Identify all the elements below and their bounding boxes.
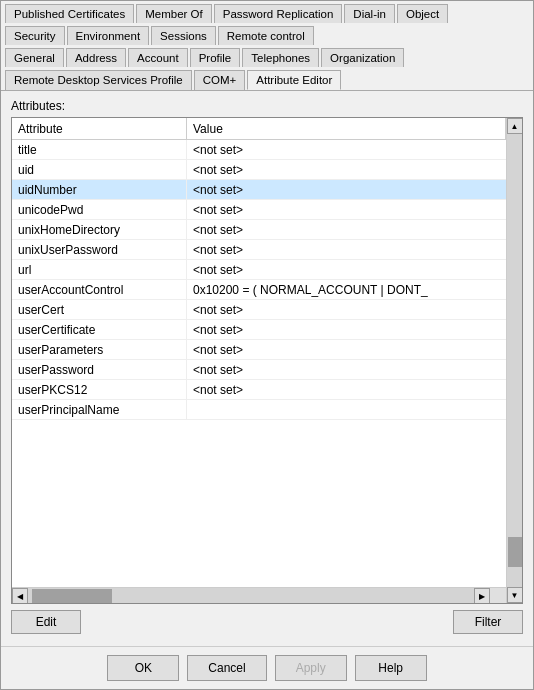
cell-attribute-0: title [12,140,187,159]
table-wrapper: Attribute Value title<not set>uid<not se… [12,118,522,603]
tab-object[interactable]: Object [397,4,448,23]
hscroll-right-button[interactable]: ▶ [474,588,490,603]
hscroll-left-button[interactable]: ◀ [12,588,28,603]
bottom-buttons: OK Cancel Apply Help [1,646,533,689]
table-row[interactable]: userParameters<not set> [12,340,506,360]
table-row[interactable]: unixHomeDirectory<not set> [12,220,506,240]
apply-button[interactable]: Apply [275,655,347,681]
table-row[interactable]: userCertificate<not set> [12,320,506,340]
dialog: Published Certificates Member Of Passwor… [0,0,534,690]
cell-attribute-6: url [12,260,187,279]
tab-attribute-editor[interactable]: Attribute Editor [247,70,341,90]
tab-security[interactable]: Security [5,26,65,45]
tab-row-3: General Address Account Profile Telephon… [1,45,533,67]
tab-organization[interactable]: Organization [321,48,404,67]
scroll-thumb[interactable] [508,537,522,567]
content-area: Attributes: Attribute Value title<not se… [1,91,533,646]
table-main: Attribute Value title<not set>uid<not se… [12,118,506,603]
ok-button[interactable]: OK [107,655,179,681]
table-row[interactable]: url<not set> [12,260,506,280]
cell-value-0: <not set> [187,140,506,159]
edit-button[interactable]: Edit [11,610,81,634]
tab-address[interactable]: Address [66,48,126,67]
attributes-label: Attributes: [11,99,523,113]
tab-container: Published Certificates Member Of Passwor… [1,1,533,91]
tab-published-certificates[interactable]: Published Certificates [5,4,134,23]
cell-value-3: <not set> [187,200,506,219]
cell-value-12: <not set> [187,380,506,399]
table-scroll[interactable]: title<not set>uid<not set>uidNumber<not … [12,140,506,587]
table-row[interactable]: userCert<not set> [12,300,506,320]
cell-value-4: <not set> [187,220,506,239]
table-row[interactable]: userPassword<not set> [12,360,506,380]
cell-attribute-4: unixHomeDirectory [12,220,187,239]
scroll-up-button[interactable]: ▲ [507,118,523,134]
cell-attribute-11: userPassword [12,360,187,379]
cell-attribute-13: userPrincipalName [12,400,187,419]
tab-member-of[interactable]: Member Of [136,4,212,23]
tab-row-1: Published Certificates Member Of Passwor… [1,1,533,23]
column-value: Value [187,118,506,139]
cell-value-13 [187,400,506,419]
scroll-down-button[interactable]: ▼ [507,587,523,603]
tab-dial-in[interactable]: Dial-in [344,4,395,23]
cell-attribute-2: uidNumber [12,180,187,199]
help-button[interactable]: Help [355,655,427,681]
cell-attribute-3: unicodePwd [12,200,187,219]
tab-profile[interactable]: Profile [190,48,241,67]
tab-general[interactable]: General [5,48,64,67]
tab-row-4: Remote Desktop Services Profile COM+ Att… [1,67,533,91]
cell-attribute-9: userCertificate [12,320,187,339]
table-row[interactable]: unicodePwd<not set> [12,200,506,220]
cell-value-9: <not set> [187,320,506,339]
action-buttons: Edit Filter [11,604,523,638]
cell-value-11: <not set> [187,360,506,379]
hscroll-corner [490,588,506,603]
tab-password-replication[interactable]: Password Replication [214,4,343,23]
tab-account[interactable]: Account [128,48,188,67]
tab-sessions[interactable]: Sessions [151,26,216,45]
tab-rdsp[interactable]: Remote Desktop Services Profile [5,70,192,90]
table-row[interactable]: unixUserPassword<not set> [12,240,506,260]
cell-attribute-8: userCert [12,300,187,319]
table-row[interactable]: userPKCS12<not set> [12,380,506,400]
hscroll-track[interactable] [28,588,474,603]
column-attribute: Attribute [12,118,187,139]
table-row[interactable]: userAccountControl0x10200 = ( NORMAL_ACC… [12,280,506,300]
table-row[interactable]: userPrincipalName [12,400,506,420]
scroll-track[interactable] [507,134,523,587]
table-header: Attribute Value [12,118,506,140]
cell-attribute-12: userPKCS12 [12,380,187,399]
cell-attribute-1: uid [12,160,187,179]
hscroll-thumb[interactable] [32,589,112,603]
tab-environment[interactable]: Environment [67,26,150,45]
table-row[interactable]: uidNumber<not set> [12,180,506,200]
table-row[interactable]: uid<not set> [12,160,506,180]
vertical-scrollbar[interactable]: ▲ ▼ [506,118,522,603]
cell-value-2: <not set> [187,180,506,199]
cell-value-5: <not set> [187,240,506,259]
cell-value-6: <not set> [187,260,506,279]
tab-remote-control[interactable]: Remote control [218,26,314,45]
cell-attribute-7: userAccountControl [12,280,187,299]
tab-row-2: Security Environment Sessions Remote con… [1,23,533,45]
cell-value-7: 0x10200 = ( NORMAL_ACCOUNT | DONT_ [187,280,506,299]
horizontal-scrollbar[interactable]: ◀ ▶ [12,587,506,603]
cell-attribute-10: userParameters [12,340,187,359]
cell-value-1: <not set> [187,160,506,179]
filter-button[interactable]: Filter [453,610,523,634]
tab-telephones[interactable]: Telephones [242,48,319,67]
table-row[interactable]: title<not set> [12,140,506,160]
cancel-button[interactable]: Cancel [187,655,266,681]
cell-attribute-5: unixUserPassword [12,240,187,259]
cell-value-8: <not set> [187,300,506,319]
cell-value-10: <not set> [187,340,506,359]
attributes-table: Attribute Value title<not set>uid<not se… [11,117,523,604]
tab-com-plus[interactable]: COM+ [194,70,246,90]
